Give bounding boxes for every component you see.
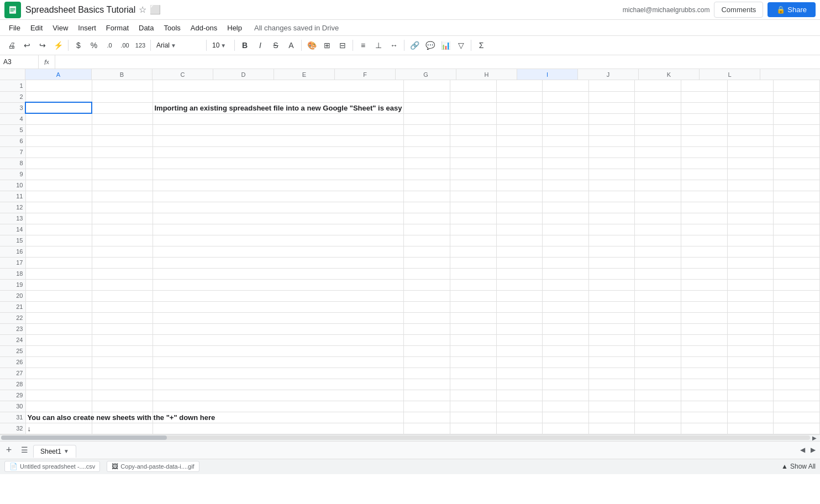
cell-A13[interactable] [25,213,92,224]
cell-G2[interactable] [543,91,589,102]
cell-I7[interactable] [635,146,681,158]
cell-F24[interactable] [496,334,543,345]
folder-icon[interactable]: ⬜ [150,4,161,15]
cell-E5[interactable] [450,124,497,135]
font-selector[interactable]: Arial ▼ [154,38,203,53]
cell-F11[interactable] [496,191,543,202]
cell-F31[interactable] [496,412,543,423]
cell-G28[interactable] [543,379,589,390]
cell-I15[interactable] [635,235,681,246]
cell-A7[interactable] [25,146,92,158]
cell-B3[interactable] [92,102,153,113]
font-size-selector[interactable]: 10 ▼ [209,38,232,53]
cell-G17[interactable] [543,257,589,268]
cell-J22[interactable] [681,312,728,323]
cell-B11[interactable] [92,191,153,202]
cell-C24[interactable] [153,334,404,345]
row-num-18[interactable]: 18 [0,268,25,279]
cell-H28[interactable] [588,379,635,390]
row-num-1[interactable]: 1 [0,80,25,91]
cell-A16[interactable] [25,246,92,257]
cell-H18[interactable] [588,268,635,279]
cell-G23[interactable] [543,323,589,334]
cell-A27[interactable] [25,368,92,379]
borders-button[interactable]: ⊞ [320,38,334,53]
comments-button[interactable]: Comments [714,2,763,18]
cell-F8[interactable] [496,158,543,169]
cell-B8[interactable] [92,158,153,169]
cell-L8[interactable] [774,158,820,169]
cell-C26[interactable] [153,356,404,368]
cell-J27[interactable] [681,368,728,379]
cell-F25[interactable] [496,345,543,356]
cell-K11[interactable] [727,191,774,202]
row-num-22[interactable]: 22 [0,312,25,323]
cell-D19[interactable] [404,279,450,290]
cell-L1[interactable] [774,80,820,91]
col-header-L[interactable]: L [700,69,760,80]
increase-decimal-button[interactable]: .00 [118,38,132,53]
cell-C6[interactable] [153,135,404,146]
cell-F12[interactable] [496,202,543,213]
cell-E20[interactable] [450,290,497,301]
cell-A32[interactable]: ↓ [25,423,92,434]
cell-K2[interactable] [727,91,774,102]
cell-C16[interactable] [153,246,404,257]
cell-C18[interactable] [153,268,404,279]
cell-A18[interactable] [25,268,92,279]
cell-J20[interactable] [681,290,728,301]
cell-G4[interactable] [543,113,589,124]
cell-K20[interactable] [727,290,774,301]
cell-L23[interactable] [774,323,820,334]
cell-K27[interactable] [727,368,774,379]
cell-B13[interactable] [92,213,153,224]
cell-K17[interactable] [727,257,774,268]
cell-B18[interactable] [92,268,153,279]
cell-D24[interactable] [404,334,450,345]
cell-G26[interactable] [543,356,589,368]
cell-A29[interactable] [25,390,92,401]
cell-L12[interactable] [774,202,820,213]
cell-K14[interactable] [727,224,774,235]
row-num-14[interactable]: 14 [0,224,25,235]
cell-C7[interactable] [153,146,404,158]
cell-H26[interactable] [588,356,635,368]
cell-E1[interactable] [450,80,497,91]
row-num-16[interactable]: 16 [0,246,25,257]
col-header-F[interactable]: F [335,69,396,80]
cell-L4[interactable] [774,113,820,124]
cell-G14[interactable] [543,224,589,235]
cell-K19[interactable] [727,279,774,290]
cell-E30[interactable] [450,401,497,412]
cell-E14[interactable] [450,224,497,235]
cell-B14[interactable] [92,224,153,235]
cell-B9[interactable] [92,169,153,180]
scroll-track[interactable] [1,435,810,440]
cell-F28[interactable] [496,379,543,390]
cell-B21[interactable] [92,301,153,312]
cell-B5[interactable] [92,124,153,135]
cell-C5[interactable] [153,124,404,135]
filter-button[interactable]: ▽ [454,38,468,53]
row-num-6[interactable]: 6 [0,135,25,146]
cell-G6[interactable] [543,135,589,146]
cell-A19[interactable] [25,279,92,290]
cell-J8[interactable] [681,158,728,169]
cell-A12[interactable] [25,202,92,213]
cell-J7[interactable] [681,146,728,158]
cell-A3[interactable] [25,102,92,113]
cell-H19[interactable] [588,279,635,290]
cell-K5[interactable] [727,124,774,135]
cell-G18[interactable] [543,268,589,279]
cell-E3[interactable] [450,102,497,113]
cell-F9[interactable] [496,169,543,180]
cell-A28[interactable] [25,379,92,390]
cell-C22[interactable] [153,312,404,323]
cell-B6[interactable] [92,135,153,146]
row-num-9[interactable]: 9 [0,169,25,180]
cell-I12[interactable] [635,202,681,213]
horizontal-scrollbar[interactable]: ▶ [0,434,820,441]
cell-reference[interactable]: A3 [0,55,39,69]
cell-I19[interactable] [635,279,681,290]
row-num-27[interactable]: 27 [0,368,25,379]
